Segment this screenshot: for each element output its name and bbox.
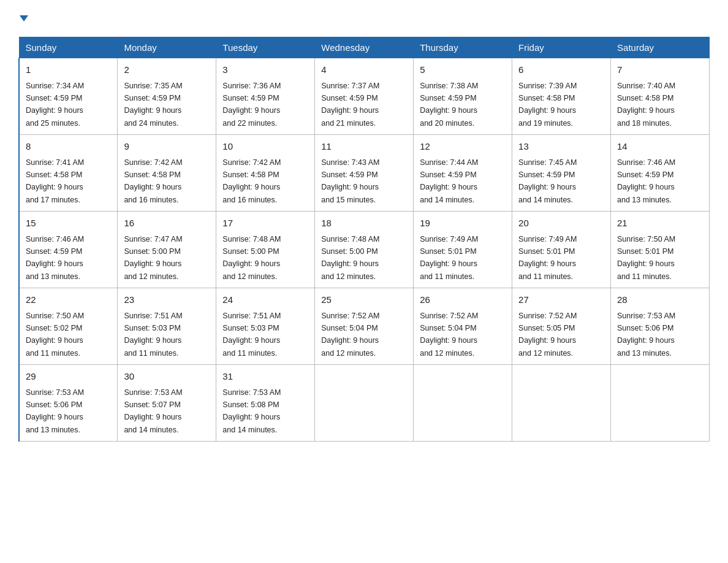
day-number: 1: [26, 63, 111, 77]
day-info: Sunrise: 7:46 AMSunset: 4:59 PMDaylight:…: [26, 235, 84, 281]
calendar-table: SundayMondayTuesdayWednesdayThursdayFrid…: [18, 37, 710, 442]
day-number: 26: [420, 293, 506, 307]
calendar-week-row: 22 Sunrise: 7:50 AMSunset: 5:02 PMDaylig…: [19, 288, 710, 365]
day-number: 9: [124, 140, 210, 154]
day-info: Sunrise: 7:53 AMSunset: 5:06 PMDaylight:…: [617, 312, 675, 358]
day-info: Sunrise: 7:50 AMSunset: 5:02 PMDaylight:…: [26, 312, 84, 358]
day-info: Sunrise: 7:53 AMSunset: 5:07 PMDaylight:…: [124, 388, 182, 434]
day-number: 5: [420, 63, 506, 77]
calendar-cell: 7 Sunrise: 7:40 AMSunset: 4:58 PMDayligh…: [611, 58, 710, 135]
day-number: 2: [124, 63, 210, 77]
calendar-cell: 3 Sunrise: 7:36 AMSunset: 4:59 PMDayligh…: [216, 58, 315, 135]
day-info: Sunrise: 7:45 AMSunset: 4:59 PMDaylight:…: [518, 158, 577, 204]
calendar-cell: 15 Sunrise: 7:46 AMSunset: 4:59 PMDaylig…: [19, 212, 118, 288]
calendar-cell: [512, 365, 611, 442]
weekday-header-friday: Friday: [512, 37, 611, 58]
calendar-cell: 4 Sunrise: 7:37 AMSunset: 4:59 PMDayligh…: [315, 58, 414, 135]
day-number: 20: [518, 216, 604, 231]
calendar-cell: 8 Sunrise: 7:41 AMSunset: 4:58 PMDayligh…: [19, 135, 118, 212]
day-number: 14: [617, 140, 703, 154]
day-number: 19: [420, 216, 506, 231]
day-info: Sunrise: 7:49 AMSunset: 5:01 PMDaylight:…: [420, 235, 478, 281]
day-info: Sunrise: 7:53 AMSunset: 5:06 PMDaylight:…: [26, 388, 84, 434]
day-number: 17: [222, 216, 308, 231]
day-info: Sunrise: 7:42 AMSunset: 4:58 PMDaylight:…: [222, 158, 281, 204]
day-number: 27: [518, 293, 604, 307]
day-info: Sunrise: 7:46 AMSunset: 4:59 PMDaylight:…: [617, 158, 675, 204]
calendar-week-row: 15 Sunrise: 7:46 AMSunset: 4:59 PMDaylig…: [19, 212, 710, 288]
day-info: Sunrise: 7:40 AMSunset: 4:58 PMDaylight:…: [617, 82, 675, 128]
calendar-cell: 31 Sunrise: 7:53 AMSunset: 5:08 PMDaylig…: [216, 365, 315, 442]
calendar-cell: 30 Sunrise: 7:53 AMSunset: 5:07 PMDaylig…: [118, 365, 216, 442]
calendar-cell: 28 Sunrise: 7:53 AMSunset: 5:06 PMDaylig…: [611, 288, 710, 365]
calendar-week-row: 29 Sunrise: 7:53 AMSunset: 5:06 PMDaylig…: [19, 365, 710, 442]
weekday-header-monday: Monday: [118, 37, 216, 58]
day-number: 28: [617, 293, 703, 307]
day-info: Sunrise: 7:52 AMSunset: 5:04 PMDaylight:…: [321, 312, 379, 358]
day-info: Sunrise: 7:38 AMSunset: 4:59 PMDaylight:…: [420, 82, 478, 128]
day-number: 13: [518, 140, 604, 154]
calendar-cell: 13 Sunrise: 7:45 AMSunset: 4:59 PMDaylig…: [512, 135, 611, 212]
day-number: 22: [26, 293, 111, 307]
page-header: [18, 12, 710, 26]
calendar-cell: 22 Sunrise: 7:50 AMSunset: 5:02 PMDaylig…: [19, 288, 118, 365]
calendar-cell: 27 Sunrise: 7:52 AMSunset: 5:05 PMDaylig…: [512, 288, 611, 365]
weekday-header-tuesday: Tuesday: [216, 37, 315, 58]
day-info: Sunrise: 7:51 AMSunset: 5:03 PMDaylight:…: [124, 312, 182, 358]
day-number: 24: [222, 293, 308, 307]
day-info: Sunrise: 7:48 AMSunset: 5:00 PMDaylight:…: [321, 235, 379, 281]
calendar-cell: 5 Sunrise: 7:38 AMSunset: 4:59 PMDayligh…: [414, 58, 512, 135]
calendar-cell: 1 Sunrise: 7:34 AMSunset: 4:59 PMDayligh…: [19, 58, 118, 135]
day-number: 25: [321, 293, 407, 307]
day-number: 7: [617, 63, 703, 77]
day-info: Sunrise: 7:35 AMSunset: 4:59 PMDaylight:…: [124, 82, 182, 128]
calendar-cell: 21 Sunrise: 7:50 AMSunset: 5:01 PMDaylig…: [611, 212, 710, 288]
calendar-cell: 25 Sunrise: 7:52 AMSunset: 5:04 PMDaylig…: [315, 288, 414, 365]
logo: [18, 12, 29, 26]
day-number: 31: [222, 370, 308, 384]
weekday-header-wednesday: Wednesday: [315, 37, 414, 58]
calendar-cell: 17 Sunrise: 7:48 AMSunset: 5:00 PMDaylig…: [216, 212, 315, 288]
day-number: 30: [124, 370, 210, 384]
day-number: 6: [518, 63, 604, 77]
day-info: Sunrise: 7:49 AMSunset: 5:01 PMDaylight:…: [518, 235, 577, 281]
calendar-cell: 26 Sunrise: 7:52 AMSunset: 5:04 PMDaylig…: [414, 288, 512, 365]
calendar-cell: 2 Sunrise: 7:35 AMSunset: 4:59 PMDayligh…: [118, 58, 216, 135]
calendar-cell: 12 Sunrise: 7:44 AMSunset: 4:59 PMDaylig…: [414, 135, 512, 212]
day-info: Sunrise: 7:52 AMSunset: 5:04 PMDaylight:…: [420, 312, 478, 358]
day-info: Sunrise: 7:41 AMSunset: 4:58 PMDaylight:…: [26, 158, 84, 204]
calendar-week-row: 8 Sunrise: 7:41 AMSunset: 4:58 PMDayligh…: [19, 135, 710, 212]
calendar-cell: 14 Sunrise: 7:46 AMSunset: 4:59 PMDaylig…: [611, 135, 710, 212]
weekday-header-saturday: Saturday: [611, 37, 710, 58]
day-info: Sunrise: 7:50 AMSunset: 5:01 PMDaylight:…: [617, 235, 675, 281]
weekday-header-sunday: Sunday: [19, 37, 118, 58]
calendar-cell: 29 Sunrise: 7:53 AMSunset: 5:06 PMDaylig…: [19, 365, 118, 442]
day-number: 8: [26, 140, 111, 154]
calendar-cell: [611, 365, 710, 442]
day-info: Sunrise: 7:47 AMSunset: 5:00 PMDaylight:…: [124, 235, 182, 281]
svg-marker-0: [20, 15, 28, 21]
calendar-cell: 23 Sunrise: 7:51 AMSunset: 5:03 PMDaylig…: [118, 288, 216, 365]
day-info: Sunrise: 7:34 AMSunset: 4:59 PMDaylight:…: [26, 82, 84, 128]
calendar-cell: 24 Sunrise: 7:51 AMSunset: 5:03 PMDaylig…: [216, 288, 315, 365]
day-info: Sunrise: 7:43 AMSunset: 4:59 PMDaylight:…: [321, 158, 379, 204]
calendar-cell: 10 Sunrise: 7:42 AMSunset: 4:58 PMDaylig…: [216, 135, 315, 212]
day-number: 16: [124, 216, 210, 231]
calendar-cell: 20 Sunrise: 7:49 AMSunset: 5:01 PMDaylig…: [512, 212, 611, 288]
day-info: Sunrise: 7:36 AMSunset: 4:59 PMDaylight:…: [222, 82, 281, 128]
weekday-header-row: SundayMondayTuesdayWednesdayThursdayFrid…: [19, 37, 710, 58]
calendar-cell: 18 Sunrise: 7:48 AMSunset: 5:00 PMDaylig…: [315, 212, 414, 288]
day-info: Sunrise: 7:42 AMSunset: 4:58 PMDaylight:…: [124, 158, 182, 204]
logo-arrow-icon: [18, 13, 29, 26]
day-info: Sunrise: 7:53 AMSunset: 5:08 PMDaylight:…: [222, 388, 281, 434]
calendar-cell: 11 Sunrise: 7:43 AMSunset: 4:59 PMDaylig…: [315, 135, 414, 212]
day-number: 15: [26, 216, 111, 231]
calendar-cell: 6 Sunrise: 7:39 AMSunset: 4:58 PMDayligh…: [512, 58, 611, 135]
day-info: Sunrise: 7:48 AMSunset: 5:00 PMDaylight:…: [222, 235, 281, 281]
calendar-cell: 16 Sunrise: 7:47 AMSunset: 5:00 PMDaylig…: [118, 212, 216, 288]
calendar-cell: 19 Sunrise: 7:49 AMSunset: 5:01 PMDaylig…: [414, 212, 512, 288]
day-info: Sunrise: 7:51 AMSunset: 5:03 PMDaylight:…: [222, 312, 281, 358]
day-number: 10: [222, 140, 308, 154]
calendar-week-row: 1 Sunrise: 7:34 AMSunset: 4:59 PMDayligh…: [19, 58, 710, 135]
day-number: 3: [222, 63, 308, 77]
